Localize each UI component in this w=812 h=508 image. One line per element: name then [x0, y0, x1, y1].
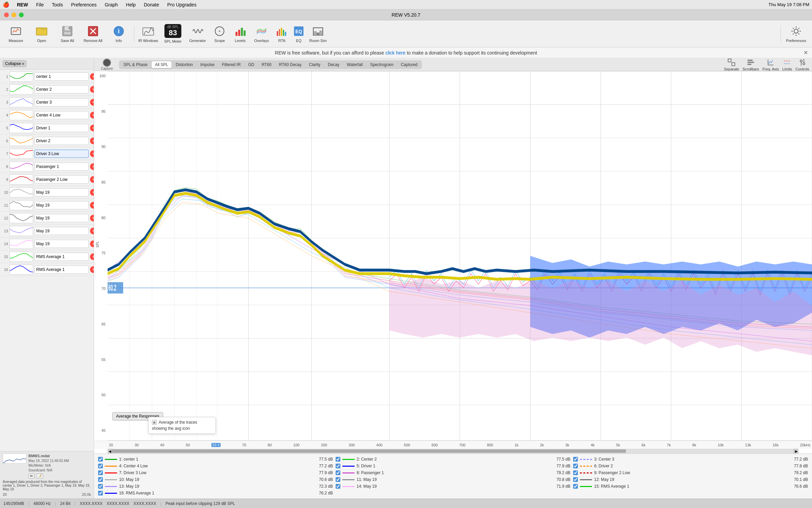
- capture-button[interactable]: Capture: [97, 59, 117, 70]
- sidebar-delete-btn-16[interactable]: ×: [90, 266, 94, 273]
- x-scrollbar-thumb[interactable]: [108, 449, 626, 453]
- legend-check-10[interactable]: [98, 477, 103, 482]
- limits-button[interactable]: Limits: [782, 58, 792, 71]
- sidebar-delete-btn-14[interactable]: ×: [90, 240, 94, 247]
- freq-axis-button[interactable]: Freq. Axis: [762, 58, 779, 71]
- close-button[interactable]: [4, 13, 9, 17]
- sidebar-delete-btn-6[interactable]: ×: [90, 137, 94, 144]
- maximize-button[interactable]: [19, 13, 24, 17]
- controls-button[interactable]: Controls: [795, 58, 809, 71]
- scrollbar-right-arrow[interactable]: ▶: [794, 449, 798, 453]
- scrollbars-button[interactable]: Scrollbars: [742, 58, 759, 71]
- sidebar-delete-btn-13[interactable]: ×: [90, 228, 94, 234]
- tab-distortion[interactable]: Distortion: [172, 61, 196, 68]
- toolbar-eq[interactable]: EQ EQ: [292, 22, 306, 45]
- menu-tools[interactable]: Tools: [50, 1, 65, 8]
- x-scrollbar[interactable]: ▶ ◀: [108, 449, 798, 453]
- sidebar-delete-btn-7[interactable]: ×: [90, 150, 94, 157]
- legend-check-12[interactable]: [573, 477, 578, 482]
- sidebar-delete-btn-9[interactable]: ×: [90, 176, 94, 183]
- sidebar-name-input-7[interactable]: [35, 150, 89, 158]
- toolbar-info[interactable]: i Info: [107, 22, 131, 45]
- sidebar-name-input-5[interactable]: [35, 124, 89, 132]
- toolbar-overlays[interactable]: Overlays: [251, 22, 272, 45]
- edit-meta-button[interactable]: ✏: [28, 473, 35, 479]
- notes-button[interactable]: 📝: [36, 473, 43, 479]
- legend-check-2[interactable]: [336, 457, 340, 462]
- tab-filtered-ir[interactable]: Filtered IR: [219, 61, 244, 68]
- sidebar-delete-btn-15[interactable]: ×: [90, 253, 94, 260]
- sidebar-name-input-9[interactable]: [35, 175, 89, 184]
- toolbar-preferences[interactable]: Preferences: [784, 22, 808, 45]
- legend-check-1[interactable]: [98, 457, 103, 462]
- sidebar-delete-btn-12[interactable]: ×: [90, 215, 94, 221]
- legend-check-15[interactable]: [573, 484, 578, 489]
- sidebar-name-input-3[interactable]: [35, 98, 89, 106]
- sidebar-name-input-4[interactable]: [35, 111, 89, 119]
- tab-clarity[interactable]: Clarity: [306, 61, 324, 68]
- legend-check-13[interactable]: [98, 484, 103, 489]
- sidebar-name-input-6[interactable]: [35, 137, 89, 145]
- tab-gd[interactable]: GD: [245, 61, 257, 68]
- legend-check-11[interactable]: [336, 477, 340, 482]
- sidebar-delete-btn-2[interactable]: ×: [90, 86, 94, 93]
- menu-file[interactable]: File: [34, 1, 46, 8]
- collapse-button[interactable]: Collapse »: [3, 60, 26, 67]
- minimize-button[interactable]: [12, 13, 16, 17]
- legend-check-8[interactable]: [336, 470, 340, 475]
- legend-check-9[interactable]: [573, 470, 578, 475]
- tab-waterfall[interactable]: Waterfall: [343, 61, 366, 68]
- sidebar-delete-btn-4[interactable]: ×: [90, 112, 94, 119]
- banner-close[interactable]: ✕: [804, 49, 808, 56]
- sidebar-delete-btn-5[interactable]: ×: [90, 125, 94, 131]
- tab-spl--phase[interactable]: SPL & Phase: [120, 61, 151, 68]
- sidebar-name-input-8[interactable]: [35, 163, 89, 171]
- sidebar-delete-btn-8[interactable]: ×: [90, 163, 94, 170]
- legend-check-14[interactable]: [336, 484, 340, 489]
- legend-check-4[interactable]: [98, 464, 103, 468]
- legend-check-16[interactable]: [98, 491, 103, 495]
- sidebar-name-input-11[interactable]: [35, 201, 89, 209]
- toolbar-save-all[interactable]: Save All: [55, 22, 79, 45]
- chart-plot[interactable]: 60.2: [108, 71, 812, 441]
- sidebar-name-input-14[interactable]: [35, 240, 89, 248]
- scrollbar-left-arrow[interactable]: ◀: [108, 449, 112, 453]
- menu-help[interactable]: Help: [124, 1, 138, 8]
- sidebar-name-input-12[interactable]: [35, 214, 89, 222]
- menu-pro[interactable]: Pro Upgrades: [165, 1, 198, 8]
- toolbar-room-sim[interactable]: Room Sim: [308, 22, 329, 45]
- toolbar-remove-all[interactable]: Remove All: [81, 22, 105, 45]
- tab-spectrogram[interactable]: Spectrogram: [367, 61, 397, 68]
- sidebar-name-input-10[interactable]: [35, 188, 89, 196]
- sidebar-delete-btn-3[interactable]: ×: [90, 99, 94, 106]
- menu-donate[interactable]: Donate: [142, 1, 161, 8]
- sidebar-name-input-16[interactable]: [35, 266, 89, 274]
- legend-check-3[interactable]: [573, 457, 578, 462]
- tab-rt60[interactable]: RT60: [258, 61, 275, 68]
- sidebar-name-input-15[interactable]: [35, 253, 89, 261]
- tab-all-spl[interactable]: All SPL: [152, 61, 172, 68]
- menu-graph[interactable]: Graph: [103, 1, 120, 8]
- sidebar-name-input-2[interactable]: [35, 85, 89, 93]
- toolbar-levels[interactable]: Levels: [231, 22, 249, 45]
- tab-impulse[interactable]: Impulse: [197, 61, 218, 68]
- apple-menu[interactable]: 🍎: [3, 1, 9, 8]
- legend-check-5[interactable]: [336, 464, 340, 468]
- tab-rt60-decay[interactable]: RT60 Decay: [276, 61, 305, 68]
- donation-link[interactable]: click here: [385, 50, 405, 56]
- toolbar-ir-windows[interactable]: IR Windows: [138, 22, 159, 45]
- menu-app-name[interactable]: REW: [15, 1, 30, 8]
- toolbar-rta[interactable]: RTA: [274, 22, 290, 45]
- sidebar-delete-btn-11[interactable]: ×: [90, 202, 94, 209]
- toolbar-generator[interactable]: Generator: [187, 22, 208, 45]
- sidebar-name-input-1[interactable]: [35, 72, 89, 81]
- legend-check-7[interactable]: [98, 470, 103, 475]
- menu-preferences[interactable]: Preferences: [69, 1, 98, 8]
- toolbar-measure[interactable]: Measure: [4, 22, 28, 45]
- legend-check-6[interactable]: [573, 464, 578, 468]
- toolbar-spl-meter[interactable]: dB SPL 83 SPL Meter: [161, 22, 185, 45]
- separate-button[interactable]: Separate: [724, 58, 739, 71]
- toolbar-scope[interactable]: Scope: [210, 22, 229, 45]
- sidebar-name-input-13[interactable]: [35, 227, 89, 235]
- tab-captured[interactable]: Captured: [398, 61, 421, 68]
